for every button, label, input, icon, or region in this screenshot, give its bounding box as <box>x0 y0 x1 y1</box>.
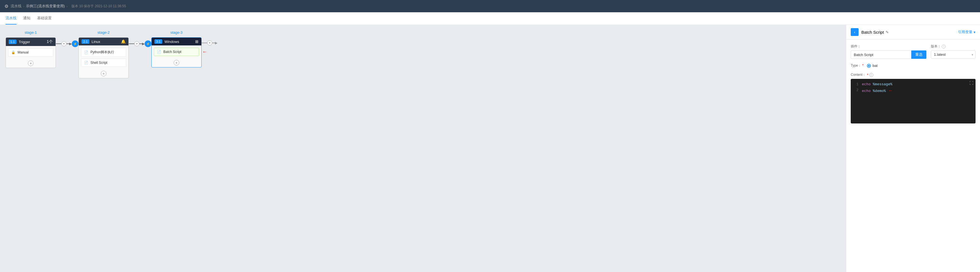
radio-bat-inner <box>868 65 870 66</box>
stage-2-box: 2-1 Linux 🔔 📄 Python脚本执行 📄 Shell Script <box>78 37 129 78</box>
pipeline-flow: stage-1 1-1 Trigger 1个 🔒 Manual + <box>6 30 840 78</box>
line-num-1: 1 <box>854 82 859 87</box>
stage-1-label: stage-1 <box>25 30 37 35</box>
plugin-input-row: 重选 <box>851 51 926 59</box>
breadcrumb-sep2: › <box>67 4 68 8</box>
stage-3-add-btn[interactable]: + <box>173 60 179 65</box>
connector-circle-1: ⚡ <box>72 40 78 47</box>
stage-3-items: 📄 Batch Script ← <box>152 46 201 58</box>
shell-icon: 📄 <box>84 61 88 65</box>
batch-icon: 📄 <box>157 50 161 54</box>
stage-2-item-shell-label: Shell Script <box>91 61 108 65</box>
stage-1-box: 1-1 Trigger 1个 🔒 Manual + <box>6 37 56 68</box>
stage-2-container: stage-2 2-1 Linux 🔔 📄 Python脚本执行 📄 <box>78 30 129 78</box>
radio-bat-group: bat <box>867 63 878 68</box>
stage-1-container: stage-1 1-1 Trigger 1个 🔒 Manual + <box>6 30 56 68</box>
panel-title-text: Batch Script <box>861 30 884 35</box>
tab-notification[interactable]: 通知 <box>23 12 30 25</box>
code-keyword-2: echo <box>862 89 870 93</box>
right-panel: ‹ Batch Script ✎ 引用变量 ▾ 插件： 重选 <box>846 25 980 272</box>
breadcrumb: 流水线 › 示例三(流水线变量使用) › 版本 10 保存于 2021-12-1… <box>11 4 126 9</box>
tab-pipeline[interactable]: 流水线 <box>6 12 16 25</box>
stage-3-container: stage-3 3-1 Windows ⊞ 📄 Batch Script ← <box>151 30 202 68</box>
panel-collapse-button[interactable]: ‹ <box>851 28 859 36</box>
code-var-1: %message% <box>873 82 892 86</box>
code-line-2: 2 echo %demo% ← <box>854 87 972 95</box>
line-content-2: echo %demo% ← <box>862 87 892 95</box>
stage-3-box: 3-1 Windows ⊞ 📄 Batch Script ← + <box>151 37 202 68</box>
header-version: 版本 10 保存于 2021-12-10 11:36:55 <box>72 4 126 9</box>
stage-2-add-btn[interactable]: + <box>101 71 107 76</box>
code-line-1: 1 echo %message% <box>854 82 972 87</box>
stage-2-name: Linux <box>92 40 119 44</box>
code-red-arrow-annotation: ← <box>889 89 892 93</box>
plugin-label: 插件： <box>851 44 926 49</box>
plugin-reselect-button[interactable]: 重选 <box>911 51 926 59</box>
pipeline-canvas: stage-1 1-1 Trigger 1个 🔒 Manual + <box>0 25 846 272</box>
panel-title-edit-icon[interactable]: ✎ <box>886 30 889 34</box>
stage-2-id: 2-1 <box>81 39 89 44</box>
code-keyword-1: echo <box>862 82 870 86</box>
stage-1-add-btn[interactable]: + <box>28 60 33 66</box>
python-icon: 📄 <box>84 51 88 54</box>
panel-header: ‹ Batch Script ✎ 引用变量 ▾ <box>846 25 980 40</box>
type-row: Type： * bat <box>851 63 975 68</box>
type-required-star: * <box>862 63 864 68</box>
stage-2-icon: 🔔 <box>121 39 126 44</box>
main-layout: stage-1 1-1 Trigger 1个 🔒 Manual + <box>0 25 980 272</box>
stage-2-items: 📄 Python脚本执行 📄 Shell Script <box>79 46 129 69</box>
code-editor[interactable]: 1 echo %message% 2 echo %demo% <box>851 79 975 123</box>
content-required-star: * <box>867 73 868 77</box>
stage-3-name: Windows <box>164 40 193 44</box>
panel-ref-btn-arrow-icon: ▾ <box>974 30 975 34</box>
connector-3-end: + ▶ <box>202 30 218 46</box>
panel-title: Batch Script ✎ <box>861 30 955 35</box>
connector-arrow-2: ▶ <box>142 42 145 46</box>
breadcrumb-sep1: › <box>23 4 24 8</box>
stage-2-item-shell[interactable]: 📄 Shell Script <box>81 59 126 67</box>
plugin-row: 插件： 重选 版本： i 1.latest ▾ <box>851 44 975 59</box>
version-info-icon[interactable]: i <box>942 44 946 49</box>
plugin-group: 插件： 重选 <box>851 44 926 59</box>
stage-3-label: stage-3 <box>170 30 182 35</box>
header-logo-icon: ⚙ <box>5 4 8 9</box>
connector-2-3: + ▶ ⚡ <box>129 30 151 47</box>
stage-1-id: 1-1 <box>9 40 16 44</box>
code-var-2: %demo% <box>873 89 886 93</box>
stage-2-header[interactable]: 2-1 Linux 🔔 <box>79 38 129 46</box>
connector-plus-3[interactable]: + <box>207 40 212 46</box>
stage-2-item-python[interactable]: 📄 Python脚本执行 <box>81 47 126 57</box>
connector-plus-2[interactable]: + <box>134 41 139 46</box>
type-label: Type： * <box>851 63 864 68</box>
windows-icon: ⊞ <box>195 39 199 44</box>
connector-circle-2: ⚡ <box>145 40 151 47</box>
connector-plus-1[interactable]: + <box>61 41 67 46</box>
content-group: Content： * i 1 echo %message% 2 <box>851 73 975 267</box>
radio-bat[interactable] <box>867 64 871 68</box>
stage-3-item-batch[interactable]: 📄 Batch Script ← <box>154 47 199 56</box>
panel-ref-variable-button[interactable]: 引用变量 ▾ <box>958 30 975 35</box>
stage-3-id: 3-1 <box>154 39 162 44</box>
version-group: 版本： i 1.latest ▾ <box>931 44 975 59</box>
stage-1-items: 🔒 Manual <box>6 46 56 59</box>
stage-1-name: Trigger <box>19 40 45 44</box>
stage-2-label: stage-2 <box>97 30 110 35</box>
breadcrumb-example[interactable]: 示例三(流水线变量使用) <box>26 4 65 9</box>
breadcrumb-pipeline[interactable]: 流水线 <box>11 4 22 9</box>
version-label: 版本： i <box>931 44 975 49</box>
line-content-1: echo %message% <box>862 82 892 87</box>
content-label: Content： * i <box>851 73 975 77</box>
stage-3-header[interactable]: 3-1 Windows ⊞ <box>152 38 201 46</box>
code-expand-button[interactable]: ⛶ <box>969 81 973 85</box>
version-select[interactable]: 1.latest <box>931 51 975 59</box>
plugin-input[interactable] <box>851 51 911 59</box>
content-info-icon[interactable]: i <box>869 73 873 77</box>
red-arrow-annotation: ← <box>202 49 207 55</box>
stage-2-item-python-label: Python脚本执行 <box>91 50 114 55</box>
panel-body: 插件： 重选 版本： i 1.latest ▾ <box>846 40 980 272</box>
stage-1-item-manual[interactable]: 🔒 Manual <box>8 48 53 57</box>
stage-3-item-batch-label: Batch Script <box>163 50 181 54</box>
stage-1-header[interactable]: 1-1 Trigger 1个 <box>6 38 56 46</box>
tab-basic-settings[interactable]: 基础设置 <box>37 12 52 25</box>
panel-ref-btn-label: 引用变量 <box>958 30 972 35</box>
